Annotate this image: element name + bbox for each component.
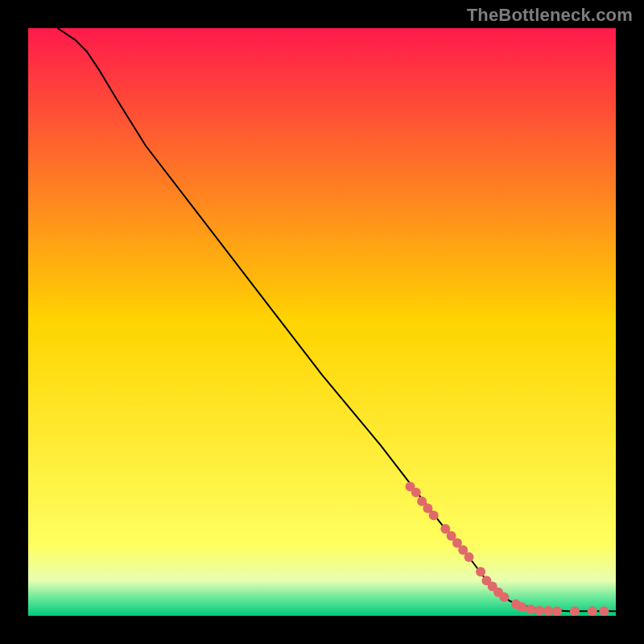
marker-point (599, 606, 609, 616)
chart-svg (28, 28, 616, 616)
marker-point (526, 605, 535, 614)
watermark-text: TheBottleneck.com (467, 5, 633, 26)
marker-point (429, 510, 439, 520)
marker-point (476, 567, 485, 576)
marker-point (588, 606, 597, 616)
marker-point (570, 606, 580, 616)
marker-point (543, 606, 553, 616)
marker-point (411, 488, 421, 497)
marker-point (517, 602, 526, 612)
marker-point (499, 592, 509, 602)
plot-area (28, 28, 616, 616)
marker-point (535, 605, 544, 615)
chart-frame: TheBottleneck.com (0, 0, 644, 644)
marker-point (552, 606, 562, 616)
gradient-background (28, 28, 616, 616)
marker-point (464, 552, 474, 562)
